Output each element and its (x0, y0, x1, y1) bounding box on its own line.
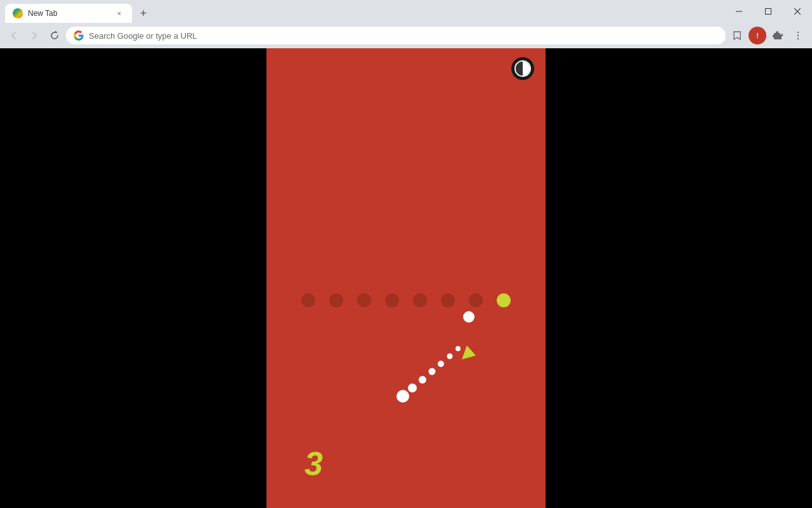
dot-circle-7 (469, 293, 483, 307)
dot-5 (406, 286, 434, 314)
reload-button[interactable] (46, 27, 63, 44)
dot-circle-8 (497, 293, 511, 307)
omnibox[interactable]: Search Google or type a URL (66, 27, 726, 44)
svg-point-5 (797, 35, 799, 36)
tab-favicon (13, 8, 23, 18)
google-icon (74, 30, 84, 41)
content-area: 3 (0, 48, 812, 508)
back-button[interactable] (5, 27, 23, 44)
extensions-button[interactable] (769, 27, 787, 44)
forward-button[interactable] (25, 27, 43, 44)
arrow-head (462, 345, 476, 359)
active-tab[interactable]: New Tab × (5, 4, 132, 23)
omnibox-bar: Search Google or type a URL ! (0, 23, 812, 48)
theme-toggle-icon (514, 60, 531, 77)
right-black-area (546, 48, 812, 508)
chrome-menu-button[interactable] (789, 27, 807, 44)
dot-2 (322, 286, 350, 314)
tab-close-button[interactable]: × (114, 8, 124, 18)
tab-bar: New Tab × + (0, 0, 812, 23)
svg-rect-0 (736, 11, 742, 12)
dot-3 (350, 286, 378, 314)
dot-circle-1 (301, 293, 315, 307)
minimize-button[interactable] (724, 0, 754, 23)
theme-toggle-button[interactable] (511, 57, 534, 80)
browser-chrome: New Tab × + (0, 0, 812, 48)
svg-rect-1 (766, 9, 771, 15)
trail-svg (266, 48, 546, 508)
svg-point-4 (797, 32, 799, 33)
dot-4 (378, 286, 406, 314)
trail-ball-main (396, 390, 409, 403)
window-controls (724, 0, 812, 23)
dot-circle-2 (329, 293, 343, 307)
dot-circle-4 (385, 293, 399, 307)
dot-row (266, 286, 546, 314)
trail-dot-4 (438, 361, 444, 367)
bookmark-button[interactable] (728, 27, 746, 44)
svg-point-6 (797, 38, 799, 39)
dot-circle-6 (441, 293, 455, 307)
close-button[interactable] (783, 0, 812, 23)
dot-7 (462, 286, 490, 314)
omnibox-actions: ! (728, 27, 807, 44)
trail-dot-3 (429, 368, 436, 375)
dot-circle-3 (357, 293, 371, 307)
game-panel[interactable]: 3 (266, 48, 546, 508)
maximize-button[interactable] (754, 0, 783, 23)
left-black-area (0, 48, 266, 508)
tab-title: New Tab (28, 9, 110, 18)
extension-icon-red[interactable]: ! (749, 27, 766, 44)
trail-dot-6 (455, 346, 461, 351)
dot-circle-5 (413, 293, 427, 307)
trail-dot-1 (408, 384, 417, 392)
dot-1 (294, 286, 322, 314)
floating-ball (463, 311, 475, 323)
dot-8 (490, 286, 518, 314)
dot-6 (434, 286, 462, 314)
trail-dot-5 (447, 354, 453, 359)
new-tab-button[interactable]: + (134, 4, 152, 22)
game-score: 3 (304, 444, 323, 483)
omnibox-text: Search Google or type a URL (89, 31, 197, 41)
trail-dot-2 (419, 376, 426, 384)
